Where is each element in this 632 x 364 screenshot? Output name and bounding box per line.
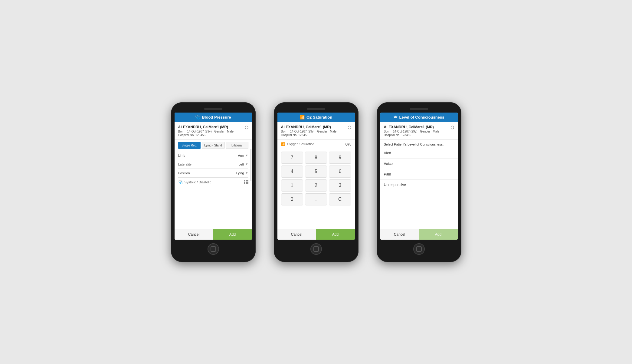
- gender-1: Male: [227, 130, 234, 133]
- screen-3: 👁 Level of Consciousness ALEXANDRU, CelM…: [380, 113, 458, 240]
- header-2: 📶 O2 Saturation: [277, 113, 355, 122]
- footer-3: Cancel Add: [380, 229, 458, 240]
- tab-lying-stand[interactable]: Lying - Stand: [202, 142, 224, 149]
- loc-unresponsive[interactable]: Unresponsive: [380, 180, 458, 190]
- born-2: 14-Oct-1987 (29y): [290, 130, 314, 133]
- numpad-5[interactable]: 5: [305, 166, 327, 178]
- numpad-7[interactable]: 7: [281, 152, 303, 164]
- numpad-8[interactable]: 8: [305, 152, 327, 164]
- bp-icon: 🩺: [178, 180, 183, 184]
- born-label-1: Born: [178, 130, 185, 133]
- hosp-label-1: Hospital No.: [178, 133, 195, 137]
- patient-info-2: ALEXANDRU, CelMare1 (MR) Born 14-Oct-198…: [277, 122, 355, 139]
- numpad-3[interactable]: 3: [329, 179, 351, 192]
- screen-1: 🩺 Blood Pressure ALEXANDRU, CelMare1 (MR…: [175, 113, 252, 240]
- footer-1: Cancel Add: [175, 229, 252, 240]
- gender-label-1: Gender: [214, 130, 225, 133]
- patient-name-1: ALEXANDRU, CelMare1 (MR): [178, 125, 248, 129]
- home-button-3[interactable]: [413, 243, 425, 255]
- phone-top-1: [175, 108, 252, 110]
- grid-icon[interactable]: [244, 180, 248, 184]
- screen-2: 📶 O2 Saturation ALEXANDRU, CelMare1 (MR)…: [277, 113, 355, 240]
- footer-2: Cancel Add: [277, 229, 355, 240]
- phone-top-2: [277, 108, 355, 110]
- header-title-1: Blood Pressure: [202, 115, 231, 120]
- o2-reading-left: 📶 Oxygen Saturation: [281, 142, 315, 146]
- laterality-label: Laterality: [178, 162, 192, 166]
- patient-details-1: Born 14-Oct-1987 (29y) Gender Male: [178, 130, 248, 133]
- form-section-1: Limb Arm ▼ Laterality Left ▼ Position: [175, 149, 252, 229]
- numpad-2[interactable]: 2: [305, 179, 327, 192]
- limb-row[interactable]: Limb Arm ▼: [178, 151, 248, 160]
- o2-reading: 📶 Oxygen Saturation 0%: [277, 139, 355, 149]
- cancel-button-2[interactable]: Cancel: [277, 229, 316, 240]
- tab-single-rec[interactable]: Single Rec.: [178, 142, 201, 149]
- patient-info-3: ALEXANDRU, CelMare1 (MR) Born 14-Oct-198…: [380, 122, 458, 139]
- loc-icon: 👁: [394, 115, 398, 120]
- patient-details-3: Born 14-Oct-1987 (29y) Gender Male: [384, 130, 454, 133]
- gender-3: Male: [433, 130, 439, 133]
- speaker-3: [410, 108, 428, 110]
- gender-label-3: Gender: [420, 130, 431, 133]
- position-row[interactable]: Position Lying ▼: [178, 169, 248, 178]
- hosp-no-1: 123456: [195, 133, 205, 137]
- limb-label: Limb: [178, 154, 185, 157]
- born-1: 14-Oct-1987 (29y): [187, 130, 211, 133]
- loc-alert[interactable]: Alert: [380, 148, 458, 159]
- add-button-2[interactable]: Add: [316, 229, 355, 240]
- numpad-1[interactable]: 1: [281, 179, 303, 192]
- patient-details-2: Born 14-Oct-1987 (29y) Gender Male: [281, 130, 351, 133]
- o2-sat-icon: 📶: [281, 142, 285, 146]
- position-label: Position: [178, 171, 190, 175]
- home-inner-2: [313, 246, 319, 252]
- position-value: Lying ▼: [236, 171, 248, 175]
- o2-value: 0%: [345, 142, 351, 146]
- add-button-1[interactable]: Add: [213, 229, 252, 240]
- numpad-4[interactable]: 4: [281, 166, 303, 178]
- tab-bilateral[interactable]: Bilateral: [226, 142, 248, 149]
- cancel-button-3[interactable]: Cancel: [380, 229, 419, 240]
- limb-chevron: ▼: [245, 154, 248, 157]
- numpad-9[interactable]: 9: [329, 152, 351, 164]
- numpad-0[interactable]: 0: [281, 193, 303, 205]
- bp-label: Systolic / Diastolic: [185, 180, 211, 184]
- add-button-3[interactable]: Add: [419, 229, 458, 240]
- laterality-value: Left ▼: [238, 162, 248, 166]
- phone-bottom-3: [380, 243, 458, 255]
- cancel-button-1[interactable]: Cancel: [175, 229, 213, 240]
- born-label-2: Born: [281, 130, 288, 133]
- external-link-2[interactable]: ⬡: [348, 125, 351, 130]
- phone-top-3: [380, 108, 458, 110]
- bp-left: 🩺 Systolic / Diastolic: [178, 180, 211, 184]
- loc-pain[interactable]: Pain: [380, 169, 458, 180]
- external-link-3[interactable]: ⬡: [450, 125, 454, 130]
- numpad-grid: 7 8 9 4 5 6 1 2 3 0 . C: [281, 152, 351, 205]
- phone-o2-saturation: 📶 O2 Saturation ALEXANDRU, CelMare1 (MR)…: [274, 102, 359, 262]
- patient-hospital-3: Hospital No. 123456: [384, 133, 454, 137]
- numpad-clear[interactable]: C: [329, 193, 351, 205]
- external-link-1[interactable]: ⬡: [245, 125, 248, 130]
- phone-bottom-1: [175, 243, 252, 255]
- header-1: 🩺 Blood Pressure: [175, 113, 252, 122]
- o2-label: Oxygen Saturation: [287, 142, 315, 146]
- bp-row[interactable]: 🩺 Systolic / Diastolic: [178, 178, 248, 187]
- phone-blood-pressure: 🩺 Blood Pressure ALEXANDRU, CelMare1 (MR…: [171, 102, 256, 262]
- home-button-1[interactable]: [208, 243, 219, 255]
- patient-name-2: ALEXANDRU, CelMare1 (MR): [281, 125, 351, 129]
- born-label-3: Born: [384, 130, 391, 133]
- header-title-2: O2 Saturation: [306, 115, 332, 120]
- patient-hospital-2: Hospital No. 123456: [281, 133, 351, 137]
- home-button-2[interactable]: [310, 243, 322, 255]
- phone-bottom-2: [277, 243, 355, 255]
- speaker-1: [204, 108, 222, 110]
- phone-level-of-consciousness: 👁 Level of Consciousness ALEXANDRU, CelM…: [377, 102, 461, 262]
- patient-name-3: ALEXANDRU, CelMare1 (MR): [384, 125, 454, 129]
- loc-voice[interactable]: Voice: [380, 159, 458, 169]
- laterality-row[interactable]: Laterality Left ▼: [178, 160, 248, 169]
- patient-info-1: ALEXANDRU, CelMare1 (MR) Born 14-Oct-198…: [175, 122, 252, 139]
- numpad-dot[interactable]: .: [305, 193, 327, 205]
- tabs-1: Single Rec. Lying - Stand Bilateral: [175, 139, 252, 149]
- header-3: 👁 Level of Consciousness: [380, 113, 458, 122]
- home-inner-1: [211, 246, 216, 252]
- numpad-6[interactable]: 6: [329, 166, 351, 178]
